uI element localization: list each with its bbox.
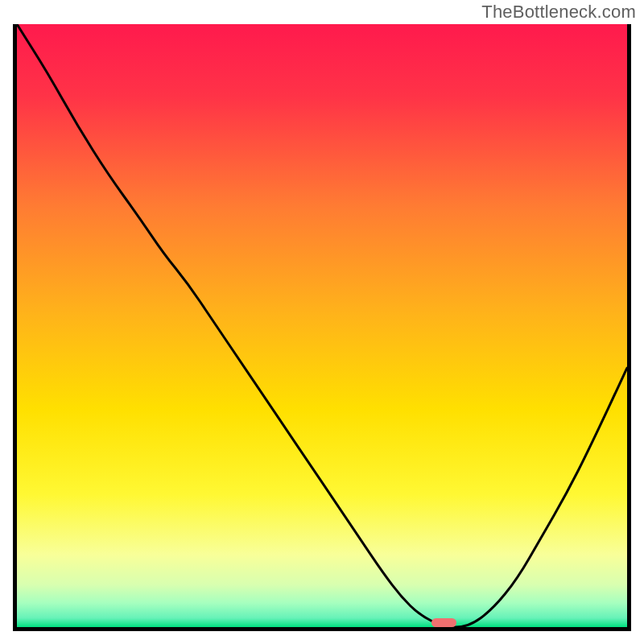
chart-curve	[17, 24, 627, 627]
plot-frame	[13, 24, 631, 631]
attribution-text: TheBottleneck.com	[481, 2, 636, 23]
optimal-marker	[431, 618, 456, 627]
